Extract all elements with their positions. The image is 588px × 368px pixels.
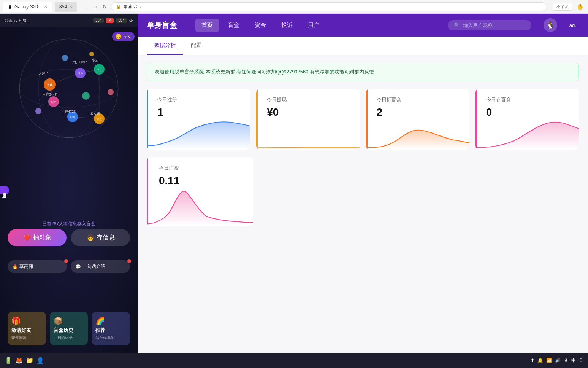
- resolution-y-label: 854: [116, 18, 127, 23]
- nav-pill-2-label: 一句话介绍: [82, 263, 105, 270]
- stat-openbox-value: 2: [374, 106, 462, 118]
- grid-item-invite[interactable]: 🎁 激请好友 赚钱利器: [8, 312, 46, 345]
- stat-openbox-title: 今日拆盲盒: [374, 96, 462, 103]
- stat-expense-value: 0.11: [154, 175, 246, 187]
- stats-grid: 今日注册 1: [138, 81, 588, 157]
- grid-item-recommend[interactable]: 🌈 推荐 适合你哪他: [92, 312, 130, 345]
- side-tag: 脱单公人入口: [0, 186, 9, 194]
- taskbar-up-icon[interactable]: ⬆: [531, 358, 534, 363]
- taskbar-user-icon[interactable]: 👤: [36, 357, 44, 364]
- touch-toggle-btn[interactable]: 🖐: [575, 3, 585, 11]
- phone-device-label: Galaxy S20...: [5, 18, 30, 23]
- address-bar[interactable]: 🔒 象素比...: [111, 2, 547, 11]
- phone-content: 脱单公人入口 😊 美女: [0, 27, 138, 353]
- node-label-2: 用户5897: [73, 60, 87, 65]
- taskbar-notification-icon[interactable]: 🔔: [537, 358, 543, 363]
- globe-circle-outer: [19, 39, 118, 138]
- btn-row: ❤️ 抽对象 👧 存信息: [0, 229, 138, 246]
- taskbar-calendar-icon[interactable]: 🗓: [579, 358, 583, 363]
- tabs-row: 数据分析 配置: [138, 37, 588, 55]
- stat-card-expense: 今日消费 0.11: [147, 157, 253, 226]
- nav-pill-1[interactable]: 🔥 享高佣: [8, 260, 67, 273]
- heart-icon: ❤️: [23, 234, 31, 241]
- user-count-num: 287: [51, 221, 59, 226]
- store-btn[interactable]: 👧 存信息: [71, 229, 130, 246]
- admin-panel: 单身盲盒 首页 盲盒 资金 投诉 用户 🔍 🐧 ad... 数据分析 配置: [138, 14, 588, 353]
- taskbar-battery-icon[interactable]: 🔋: [5, 357, 12, 364]
- stat-withdraw-title: 今日提现: [264, 96, 352, 103]
- nav-item-finance[interactable]: 资金: [249, 19, 272, 32]
- nav-pills-row: 🔥 享高佣 💬 一句话介绍: [0, 260, 138, 273]
- stat-storebox-chart: [475, 119, 579, 150]
- stat-expense-chart: [147, 188, 253, 226]
- stat-card-storebox: 今日存盲盒 0: [475, 89, 579, 150]
- bubble-icon: 💬: [75, 264, 81, 269]
- resolution-label: 384: [93, 18, 104, 23]
- search-input[interactable]: [463, 22, 524, 28]
- grid-item-history[interactable]: 📦 盲盒历史 开启的记录: [50, 312, 88, 345]
- taskbar-volume-icon[interactable]: 🔊: [555, 358, 561, 363]
- tab-config[interactable]: 配置: [183, 37, 209, 55]
- nav-item-blindbox[interactable]: 盲盒: [222, 19, 246, 32]
- nav-pill-2[interactable]: 💬 一句话介绍: [71, 260, 130, 273]
- tab-label-2: 854: [59, 4, 67, 10]
- taskbar: 🔋 🦊 📁 👤 ⬆ 🔔 📶 🔊 🖥 中 🗓: [0, 353, 588, 368]
- history-icon: 📦: [54, 316, 84, 325]
- taskbar-display-icon[interactable]: 🖥: [564, 358, 568, 363]
- stat-register-title: 今日注册: [154, 96, 242, 103]
- taskbar-network-icon[interactable]: 📶: [546, 358, 552, 363]
- user-count-text: 已有287人将信息存入盲盒: [0, 221, 138, 227]
- fire-icon: 🔥: [12, 264, 18, 269]
- stat-withdraw-value: ¥0: [264, 106, 352, 118]
- node-label-4: 用户4726: [61, 109, 76, 114]
- nav-refresh-btn[interactable]: ↻: [101, 3, 108, 10]
- stat-openbox-chart: [366, 119, 469, 150]
- welcome-text: 欢迎使用脱单盲盒系统.本系统更新群:有任何疑问可添加QQ927998560.有想…: [155, 69, 374, 75]
- phone-panel: Galaxy S20... 384 ✕ 854 ⟳ 脱单公人入口 😊 美女: [0, 14, 138, 353]
- pixel-ratio-btn[interactable]: 不节流: [553, 3, 572, 11]
- tab-data-analysis[interactable]: 数据分析: [147, 37, 183, 55]
- draw-btn[interactable]: ❤️ 抽对象: [8, 229, 67, 246]
- browser-bar: 📱 Galaxy S20... ✕ 854 ✕ ← → ↻ 🔒 象素比... 不…: [0, 0, 588, 14]
- search-bar[interactable]: 🔍: [448, 20, 531, 30]
- grid-item-recommend-title: 推荐: [95, 327, 126, 334]
- invite-icon: 🎁: [11, 316, 42, 325]
- stat-storebox-value: 0: [483, 106, 571, 118]
- avatar-icon: 🐧: [546, 21, 555, 29]
- grid-item-invite-title: 激请好友: [11, 327, 42, 334]
- grid-item-history-title: 盲盒历史: [54, 327, 84, 334]
- search-icon: 🔍: [454, 22, 460, 28]
- main-wrapper: Galaxy S20... 384 ✕ 854 ⟳ 脱单公人入口 😊 美女: [0, 14, 588, 353]
- stat-card-openbox: 今日拆盲盒 2: [366, 89, 469, 150]
- browser-tab-1[interactable]: 📱 Galaxy S20... ✕: [3, 2, 52, 12]
- resolution-x-label: ✕: [106, 18, 114, 23]
- nav-item-user[interactable]: 用户: [302, 19, 325, 32]
- welcome-banner: 欢迎使用脱单盲盒系统.本系统更新群:有任何疑问可添加QQ927998560.有想…: [147, 63, 579, 81]
- taskbar-firefox-icon[interactable]: 🦊: [15, 357, 23, 364]
- nav-pill-1-label: 享高佣: [19, 263, 33, 270]
- stat-expense-title: 今日消费: [154, 165, 246, 172]
- address-text: 象素比...: [124, 3, 141, 10]
- nav-item-home[interactable]: 首页: [195, 19, 219, 32]
- recommend-icon: 🌈: [95, 316, 126, 325]
- store-btn-label: 存信息: [97, 234, 115, 242]
- user-count-suffix: 人将信息存入盲盒: [59, 221, 95, 226]
- tab-close-2[interactable]: ✕: [69, 5, 72, 9]
- admin-avatar[interactable]: 🐧: [544, 18, 557, 32]
- taskbar-lang-label[interactable]: 中: [571, 357, 576, 364]
- stat-card-withdraw: 今日提现 ¥0: [256, 89, 360, 150]
- rotate-btn[interactable]: ⟳: [129, 18, 133, 23]
- browser-tab-2[interactable]: 854 ✕: [55, 2, 77, 12]
- grid-item-recommend-sub: 适合你哪他: [95, 335, 126, 341]
- nav-item-complaint[interactable]: 投诉: [275, 19, 299, 32]
- node-label-3: 用户3447: [42, 92, 57, 97]
- girl-icon: 👧: [87, 234, 94, 241]
- taskbar-files-icon[interactable]: 📁: [26, 357, 33, 364]
- nav-back-btn[interactable]: ←: [83, 3, 90, 10]
- stat-withdraw-chart: [256, 119, 360, 150]
- phone-status-bar: Galaxy S20... 384 ✕ 854 ⟳: [0, 14, 138, 27]
- tab-close-1[interactable]: ✕: [44, 5, 47, 9]
- top-badge-label: 美女: [123, 34, 132, 40]
- grid-menu: 🎁 激请好友 赚钱利器 📦 盲盒历史 开启的记录 🌈 推荐 适合你哪他: [0, 312, 138, 345]
- nav-forward-btn[interactable]: →: [92, 3, 100, 10]
